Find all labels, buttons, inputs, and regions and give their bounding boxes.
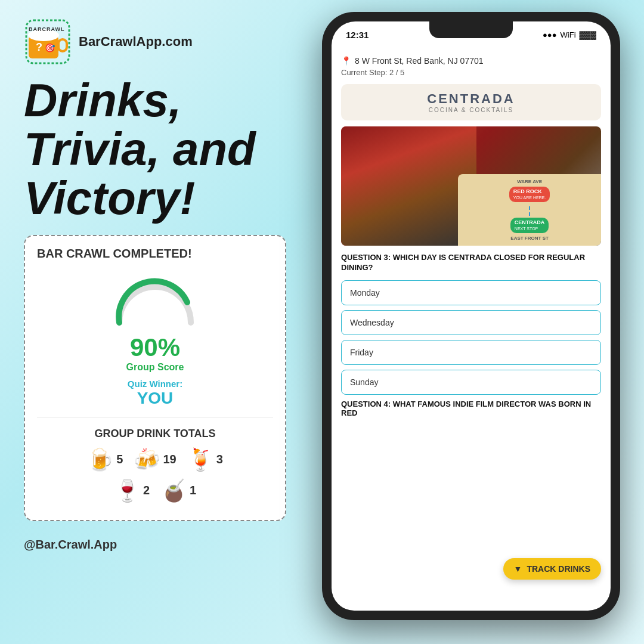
cocktail-count: 3	[216, 453, 223, 466]
phone-notch	[429, 21, 513, 38]
cheers-count: 19	[163, 453, 176, 466]
street-label-ware: WARE AVE	[517, 179, 542, 184]
track-drinks-label: TRACK DRINKS	[527, 564, 590, 574]
cheers-icon: 🍻	[134, 447, 160, 472]
wine-icon: 🍷	[114, 478, 141, 503]
address-text: 8 W Front St, Red Bank, NJ 07701	[355, 56, 484, 66]
location-pin-icon: 📍	[341, 56, 351, 66]
map-overlay: WARE AVE RED ROCKYOU ARE HERE. CENTRADAN…	[458, 174, 601, 246]
step-line: Current Step: 2 / 5	[341, 68, 601, 77]
quiz-winner-label: Quiz Winner:	[128, 379, 182, 389]
dial-container	[107, 269, 203, 329]
drink-totals-section: GROUP DRINK TOTALS 🍺 5 🍻 19 🍹 3 🍷	[37, 428, 273, 503]
signal-icon: ●●●	[543, 30, 557, 39]
social-handle: @Bar.Crawl.App	[24, 538, 117, 552]
drink-row-2: 🍷 2 🧉 1	[37, 478, 273, 503]
filter-icon: ▼	[514, 564, 522, 574]
status-icons: ●●● WiFi ▓▓▓	[543, 30, 596, 39]
venue-name: CENTRADA	[348, 91, 594, 107]
headline: Drinks, Trivia, and Victory!	[24, 76, 286, 223]
wine-count: 2	[143, 484, 150, 497]
answer-friday[interactable]: Friday	[341, 340, 601, 365]
logo-text: BarCrawlApp.com	[79, 34, 193, 49]
score-dial	[107, 269, 203, 329]
map-label-centrada: CENTRADANEXT STOP	[510, 218, 549, 233]
drink-item-beer: 🍺 5	[87, 447, 123, 472]
phone-mockup: 12:31 ●●● WiFi ▓▓▓ 📍 8 W Front St, Red B…	[310, 12, 632, 632]
quiz-winner-name: YOU	[137, 389, 174, 408]
beer-mug-count: 5	[116, 453, 123, 466]
drink-item-cheers: 🍻 19	[134, 447, 176, 472]
drink-item-wine: 🍷 2	[114, 478, 150, 503]
answer-wednesday[interactable]: Wednesday	[341, 310, 601, 335]
question3-heading: QUESTION 3: WHICH DAY IS CENTRADA CLOSED…	[341, 253, 601, 273]
battery-icon: ▓▓▓	[580, 30, 596, 39]
track-drinks-button[interactable]: ▼ TRACK DRINKS	[503, 558, 601, 580]
completion-title: BAR CRAWL COMPLETED!	[37, 247, 273, 261]
venue-logo-box: CENTRADA COCINA & COCKTAILS	[341, 84, 601, 120]
drink-row-1: 🍺 5 🍻 19 🍹 3	[37, 447, 273, 472]
mate-icon: 🧉	[160, 478, 187, 503]
map-label-red-rock: RED ROCKYOU ARE HERE.	[509, 187, 550, 202]
phone-outer: 12:31 ●●● WiFi ▓▓▓ 📍 8 W Front St, Red B…	[322, 12, 620, 620]
barcrawl-logo-icon: ? 🎯 BARCRAWL	[24, 18, 72, 66]
mate-count: 1	[190, 484, 196, 497]
address-line: 📍 8 W Front St, Red Bank, NJ 07701	[341, 56, 601, 66]
svg-text:BARCRAWL: BARCRAWL	[29, 26, 65, 32]
phone-screen: 📍 8 W Front St, Red Bank, NJ 07701 Curre…	[332, 48, 611, 611]
svg-text:?: ?	[36, 41, 42, 53]
left-panel: ? 🎯 BARCRAWL BarCrawlApp.com Drinks, Tri…	[0, 0, 310, 644]
svg-rect-1	[58, 39, 67, 51]
score-percent: 90%	[130, 333, 180, 362]
score-label: Group Score	[126, 362, 184, 373]
venue-subtitle: COCINA & COCKTAILS	[348, 107, 594, 113]
beer-mug-icon: 🍺	[87, 447, 114, 472]
logo-area: ? 🎯 BARCRAWL BarCrawlApp.com	[24, 18, 193, 66]
svg-text:🎯: 🎯	[45, 43, 55, 53]
completion-card: BAR CRAWL COMPLETED! 90% Group Score Qui…	[24, 235, 286, 521]
answer-sunday[interactable]: Sunday	[341, 370, 601, 395]
answer-monday[interactable]: Monday	[341, 280, 601, 305]
screen-content: 📍 8 W Front St, Red Bank, NJ 07701 Curre…	[332, 48, 611, 611]
cocktail-icon: 🍹	[187, 447, 214, 472]
drink-totals-title: GROUP DRINK TOTALS	[37, 428, 273, 440]
venue-image-map: WARE AVE RED ROCKYOU ARE HERE. CENTRADAN…	[341, 126, 601, 246]
status-time: 12:31	[346, 30, 369, 40]
drink-item-cocktail: 🍹 3	[187, 447, 223, 472]
wifi-icon: WiFi	[561, 30, 576, 39]
question4-heading: QUESTION 4: WHAT FAMOUS INDIE FILM DIREC…	[341, 400, 601, 417]
street-label-front: EAST FRONT ST	[510, 236, 549, 241]
score-section: 90% Group Score Quiz Winner: YOU	[37, 269, 273, 418]
drink-item-mate: 🧉 1	[160, 478, 196, 503]
